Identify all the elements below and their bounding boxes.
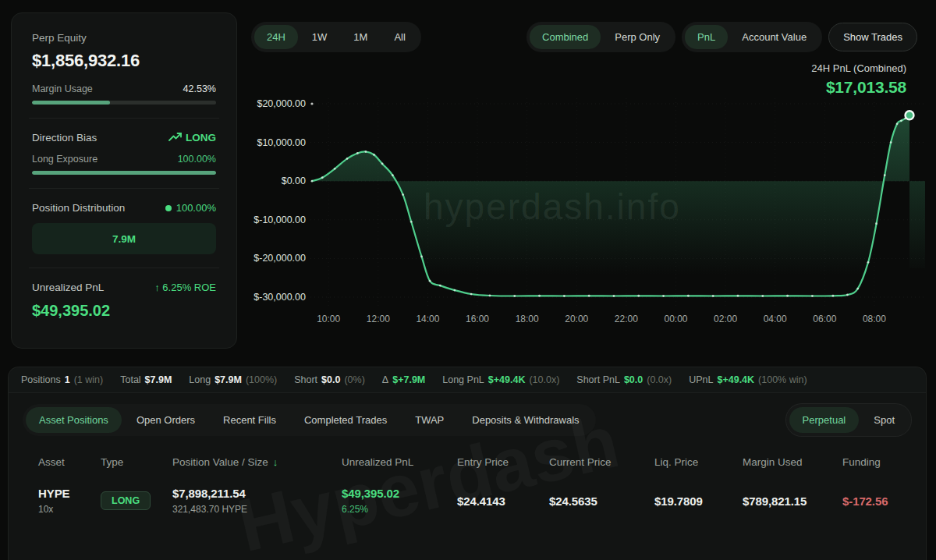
col-funding[interactable]: Funding [842, 456, 902, 468]
pnl-summary: 24H PnL (Combined) $17,013.58 [811, 62, 906, 97]
data-point [321, 176, 324, 179]
perp-equity-label: Perp Equity [32, 32, 216, 44]
cell-asset: HYPE 10x [38, 487, 101, 515]
tab-perpetual[interactable]: Perpetual [789, 407, 860, 433]
tab-twap[interactable]: TWAP [402, 407, 457, 433]
tab-completed-trades[interactable]: Completed Trades [291, 407, 400, 433]
x-axis-label: 12:00 [367, 314, 390, 324]
col-current-price[interactable]: Current Price [549, 456, 654, 468]
stat-long-pnl: Long PnL$+49.4K(10.0x) [442, 374, 559, 385]
positions-summary-bar: Positions1(1 win) Total$7.9M Long$7.9M(1… [9, 367, 926, 393]
chart-watermark: hyperdash.info [424, 186, 681, 228]
data-point [310, 102, 313, 105]
tab-asset-positions[interactable]: Asset Positions [26, 407, 122, 433]
data-point [900, 119, 902, 122]
positions-tabs-row: Asset Positions Open Orders Recent Fills… [23, 403, 912, 437]
cell-type: LONG [101, 491, 172, 510]
col-position-value[interactable]: Position Value / Size↓ [172, 456, 342, 468]
x-axis-label: 02:00 [714, 314, 737, 324]
margin-usage-label: Margin Usage [32, 83, 93, 94]
tab-recent-fills[interactable]: Recent Fills [210, 407, 289, 433]
x-axis-label: 04:00 [764, 314, 787, 324]
cell-funding: $-172.56 [842, 494, 902, 508]
long-exposure-progressbar [32, 171, 216, 175]
y-axis-label: $10,000.00 [257, 137, 306, 148]
cell-liq-price: $19.7809 [654, 494, 743, 508]
x-axis-label: 14:00 [416, 314, 439, 324]
toggle-pnl[interactable]: PnL [685, 25, 728, 49]
margin-usage-value: 42.53% [183, 83, 216, 94]
arrow-up-icon: ↑ [154, 282, 160, 293]
asset-positions-table: Asset Type Position Value / Size↓ Unreal… [38, 456, 902, 515]
data-point [761, 295, 764, 297]
col-unrealized-pnl[interactable]: Unrealized PnL [342, 456, 457, 468]
data-point [429, 280, 431, 282]
chart-controls: Combined Perp Only PnL Account Value Sho… [526, 22, 917, 52]
stat-total: Total$7.9M [120, 374, 172, 385]
data-point [786, 295, 789, 297]
col-liq-price[interactable]: Liq. Price [654, 456, 743, 468]
data-point [346, 158, 349, 160]
data-point [904, 117, 906, 119]
toggle-perp-only[interactable]: Perp Only [602, 25, 672, 49]
stat-long: Long$7.9M(100%) [189, 374, 277, 385]
last-point-marker [906, 111, 914, 119]
data-point [687, 295, 690, 297]
x-axis-label: 20:00 [565, 314, 588, 324]
tab-deposits-withdrawals[interactable]: Deposits & Withdrawals [459, 407, 592, 433]
tab-all[interactable]: All [381, 25, 417, 49]
x-axis-label: 18:00 [516, 314, 539, 324]
data-point [890, 141, 892, 144]
x-axis-label: 00:00 [664, 314, 687, 324]
perp-equity-value: $1,856,932.16 [32, 51, 216, 71]
sort-desc-icon: ↓ [273, 456, 278, 468]
divider [29, 188, 219, 189]
chart-area-edge [909, 181, 925, 268]
x-axis-label: 10:00 [317, 314, 340, 324]
stat-delta: Δ$+7.9M [382, 374, 425, 385]
tab-24h[interactable]: 24H [254, 25, 298, 49]
positions-tabs: Asset Positions Open Orders Recent Fills… [23, 404, 596, 436]
trending-up-icon [168, 132, 182, 143]
tab-spot[interactable]: Spot [860, 407, 908, 433]
col-type[interactable]: Type [101, 456, 172, 468]
data-point [896, 122, 899, 125]
x-axis-label: 22:00 [615, 314, 638, 324]
stat-short-pnl: Short PnL$0.0(0.0x) [576, 374, 672, 385]
data-point [439, 285, 441, 287]
data-point [356, 152, 359, 154]
data-point [513, 295, 516, 297]
data-point [373, 154, 375, 156]
data-point [470, 293, 473, 296]
tab-1m[interactable]: 1M [341, 25, 380, 49]
cell-unrealized-pnl: $49,395.02 6.25% [342, 487, 457, 515]
data-point [856, 288, 859, 290]
hyperdash-dashboard: Perp Equity $1,856,932.16 Margin Usage 4… [0, 0, 936, 560]
data-point [637, 295, 640, 297]
col-asset[interactable]: Asset [38, 456, 101, 468]
pnl-summary-value: $17,013.58 [811, 78, 906, 97]
data-point [737, 295, 739, 297]
data-point [588, 295, 590, 297]
position-distribution-value: 100.00% [176, 202, 216, 214]
table-row[interactable]: HYPE 10x LONG $7,898,211.54 321,483.70 H… [38, 487, 902, 515]
account-metrics-card: Perp Equity $1,856,932.16 Margin Usage 4… [11, 12, 237, 349]
tab-1w[interactable]: 1W [300, 25, 340, 49]
data-point [884, 174, 886, 176]
direction-bias-label: Direction Bias [32, 132, 97, 144]
col-entry-price[interactable]: Entry Price [457, 456, 549, 468]
col-margin-used[interactable]: Margin Used [743, 456, 842, 468]
toggle-account-value[interactable]: Account Value [729, 25, 819, 49]
chart-line [312, 115, 909, 296]
data-point [334, 168, 336, 170]
data-point [311, 180, 314, 183]
x-axis-label: 08:00 [863, 314, 886, 324]
tab-open-orders[interactable]: Open Orders [123, 407, 208, 433]
toggle-combined[interactable]: Combined [530, 25, 601, 49]
stat-positions: Positions1(1 win) [21, 374, 103, 385]
data-point [410, 221, 413, 223]
y-axis-label: $-10,000.00 [254, 214, 306, 225]
distribution-segment[interactable]: 7.9M [32, 223, 216, 254]
data-point [420, 256, 423, 258]
show-trades-button[interactable]: Show Trades [828, 23, 917, 51]
